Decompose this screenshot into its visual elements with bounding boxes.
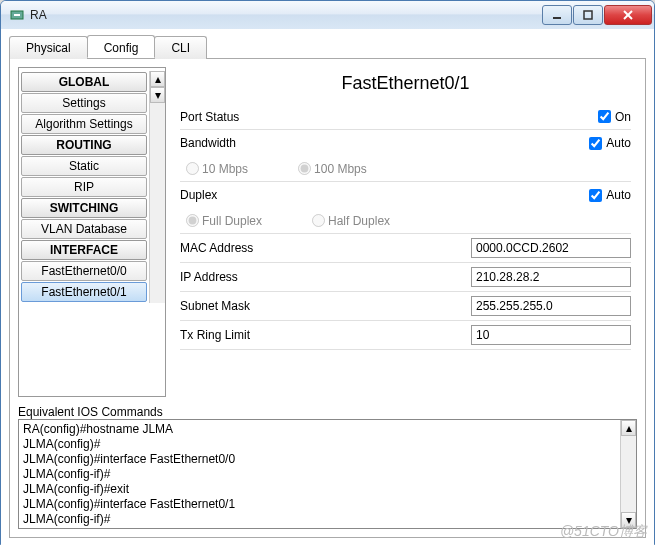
app-icon <box>9 7 25 23</box>
sidebar-item[interactable]: Settings <box>21 93 147 113</box>
ip-label: IP Address <box>180 270 330 284</box>
sidebar-header[interactable]: SWITCHING <box>21 198 147 218</box>
sidebar-header[interactable]: ROUTING <box>21 135 147 155</box>
ios-scrollbar[interactable]: ▴▾ <box>620 420 636 528</box>
svg-rect-3 <box>584 11 592 19</box>
tab-panel-config: GLOBALSettingsAlgorithm SettingsROUTINGS… <box>9 59 646 538</box>
scroll-up-icon[interactable]: ▴ <box>150 71 165 87</box>
sidebar-item[interactable]: Static <box>21 156 147 176</box>
tab-config[interactable]: Config <box>87 35 156 58</box>
port-status-label: Port Status <box>180 110 290 124</box>
window-title: RA <box>30 8 542 22</box>
txring-label: Tx Ring Limit <box>180 328 330 342</box>
ios-commands-textarea[interactable]: RA(config)#hostname JLMA JLMA(config)# J… <box>18 419 637 529</box>
duplex-auto-label: Auto <box>606 188 631 202</box>
duplex-label: Duplex <box>180 188 290 202</box>
bandwidth-label: Bandwidth <box>180 136 290 150</box>
port-status-checkbox[interactable] <box>598 110 611 123</box>
sidebar-header[interactable]: GLOBAL <box>21 72 147 92</box>
tabstrip: Physical Config CLI <box>9 35 646 59</box>
close-button[interactable] <box>604 5 652 25</box>
mask-input[interactable] <box>471 296 631 316</box>
content-area: Physical Config CLI GLOBALSettingsAlgori… <box>1 29 654 545</box>
sidebar-item[interactable]: Algorithm Settings <box>21 114 147 134</box>
minimize-button[interactable] <box>542 5 572 25</box>
ip-input[interactable] <box>471 267 631 287</box>
sidebar-item[interactable]: FastEthernet0/1 <box>21 282 147 302</box>
scroll-down-icon[interactable]: ▾ <box>150 87 165 103</box>
mask-label: Subnet Mask <box>180 299 330 313</box>
sidebar-item[interactable]: FastEthernet0/0 <box>21 261 147 281</box>
tab-physical[interactable]: Physical <box>9 36 88 59</box>
bandwidth-10-option[interactable]: 10 Mbps <box>186 162 248 176</box>
bandwidth-auto-label: Auto <box>606 136 631 150</box>
svg-rect-1 <box>14 14 20 16</box>
scroll-up-icon[interactable]: ▴ <box>621 420 636 436</box>
mac-label: MAC Address <box>180 241 330 255</box>
sidebar-item[interactable]: VLAN Database <box>21 219 147 239</box>
sidebar-scrollbar[interactable]: ▴ ▾ <box>149 71 165 303</box>
interface-title: FastEthernet0/1 <box>180 67 631 104</box>
sidebar-header[interactable]: INTERFACE <box>21 240 147 260</box>
maximize-button[interactable] <box>573 5 603 25</box>
watermark: @51CTO博客 <box>560 523 647 541</box>
tab-cli[interactable]: CLI <box>154 36 207 59</box>
port-status-on-label: On <box>615 110 631 124</box>
mac-input[interactable] <box>471 238 631 258</box>
sidebar-item[interactable]: RIP <box>21 177 147 197</box>
interface-panel: FastEthernet0/1 Port Status On Bandwidth <box>174 67 637 397</box>
bandwidth-100-option[interactable]: 100 Mbps <box>298 162 367 176</box>
txring-input[interactable] <box>471 325 631 345</box>
duplex-full-option[interactable]: Full Duplex <box>186 214 262 228</box>
bandwidth-auto-checkbox[interactable] <box>589 137 602 150</box>
sidebar: GLOBALSettingsAlgorithm SettingsROUTINGS… <box>18 67 166 397</box>
ios-commands-label: Equivalent IOS Commands <box>18 405 637 419</box>
titlebar[interactable]: RA <box>1 1 654 29</box>
duplex-half-option[interactable]: Half Duplex <box>312 214 390 228</box>
app-window: RA Physical Config CLI GLOBALSettingsAlg… <box>0 0 655 545</box>
duplex-auto-checkbox[interactable] <box>589 189 602 202</box>
